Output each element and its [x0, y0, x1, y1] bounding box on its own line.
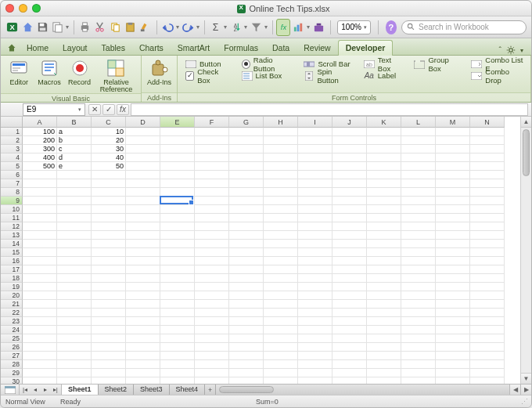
- cell[interactable]: [298, 309, 332, 317]
- cell[interactable]: [195, 265, 229, 274]
- gear-icon[interactable]: [506, 45, 516, 55]
- cell[interactable]: [126, 248, 160, 257]
- cell[interactable]: [195, 188, 229, 197]
- cell[interactable]: [126, 291, 160, 300]
- cell[interactable]: [195, 136, 229, 145]
- cell[interactable]: [332, 377, 367, 384]
- cell[interactable]: [229, 352, 264, 360]
- cell[interactable]: [195, 128, 229, 136]
- cell[interactable]: [195, 240, 229, 248]
- cell[interactable]: [332, 274, 367, 283]
- cell[interactable]: [470, 231, 505, 240]
- cell[interactable]: [470, 326, 505, 334]
- cell[interactable]: [401, 128, 436, 136]
- cell[interactable]: [332, 231, 367, 240]
- cell[interactable]: [126, 274, 160, 283]
- cell[interactable]: [470, 377, 505, 384]
- cell[interactable]: [92, 352, 126, 360]
- cell[interactable]: [57, 188, 92, 197]
- cell[interactable]: [57, 231, 92, 240]
- row-header[interactable]: 29: [1, 369, 23, 377]
- form-combo-drop[interactable]: Combo Drop: [471, 70, 526, 81]
- row-header[interactable]: 13: [1, 231, 23, 240]
- cell[interactable]: [298, 240, 332, 248]
- cell[interactable]: [57, 265, 92, 274]
- cell[interactable]: [160, 360, 195, 369]
- cell[interactable]: [401, 162, 436, 171]
- cell[interactable]: [470, 257, 505, 265]
- cell[interactable]: [57, 283, 92, 291]
- sheet-tab[interactable]: Sheet4: [170, 385, 206, 395]
- print-icon[interactable]: [78, 19, 92, 36]
- cell[interactable]: [436, 205, 470, 214]
- cell[interactable]: [160, 162, 195, 171]
- cell[interactable]: [92, 309, 126, 317]
- ribbon-tab-layout[interactable]: Layout: [56, 41, 95, 55]
- row-header[interactable]: 5: [1, 162, 23, 171]
- form-spinbutton[interactable]: Spin Button: [304, 70, 352, 81]
- cell[interactable]: [92, 214, 126, 222]
- cell[interactable]: [436, 153, 470, 162]
- cell[interactable]: [23, 352, 57, 360]
- cell[interactable]: [229, 214, 264, 222]
- cell[interactable]: [298, 300, 332, 309]
- cell[interactable]: [436, 369, 470, 377]
- column-header[interactable]: L: [401, 117, 436, 128]
- cell[interactable]: [92, 197, 126, 205]
- cell[interactable]: [92, 171, 126, 179]
- cell[interactable]: [126, 377, 160, 384]
- cell[interactable]: [229, 283, 264, 291]
- cell[interactable]: [332, 205, 367, 214]
- cell[interactable]: [436, 136, 470, 145]
- cell[interactable]: [332, 128, 367, 136]
- cell[interactable]: [298, 369, 332, 377]
- cell[interactable]: [367, 377, 401, 384]
- cell[interactable]: [160, 214, 195, 222]
- cell[interactable]: [332, 153, 367, 162]
- cell[interactable]: [264, 309, 298, 317]
- cell[interactable]: [298, 162, 332, 171]
- cell[interactable]: [298, 214, 332, 222]
- cell[interactable]: [23, 197, 57, 205]
- cell[interactable]: [298, 136, 332, 145]
- scroll-left-icon[interactable]: ◀: [509, 385, 520, 395]
- cell[interactable]: [23, 240, 57, 248]
- cell[interactable]: [126, 214, 160, 222]
- cell[interactable]: [92, 343, 126, 352]
- cell[interactable]: [229, 162, 264, 171]
- cell[interactable]: [264, 326, 298, 334]
- cell[interactable]: [436, 222, 470, 231]
- cell[interactable]: [229, 326, 264, 334]
- row-header[interactable]: 3: [1, 145, 23, 153]
- cell[interactable]: [126, 222, 160, 231]
- add-sheet-button[interactable]: +: [205, 385, 216, 395]
- cell[interactable]: [195, 153, 229, 162]
- cell[interactable]: [401, 179, 436, 188]
- cell[interactable]: [470, 136, 505, 145]
- column-header[interactable]: N: [470, 117, 505, 128]
- form-label[interactable]: AaLabel: [364, 70, 404, 81]
- cell[interactable]: [401, 205, 436, 214]
- cell[interactable]: [367, 248, 401, 257]
- cell[interactable]: [160, 257, 195, 265]
- sheet-nav[interactable]: |◂◂▸▸|: [20, 385, 62, 395]
- cell[interactable]: [401, 145, 436, 153]
- cell[interactable]: [92, 283, 126, 291]
- cell[interactable]: [23, 205, 57, 214]
- cell[interactable]: [470, 222, 505, 231]
- cell[interactable]: [160, 136, 195, 145]
- cell[interactable]: [401, 326, 436, 334]
- cell[interactable]: [229, 309, 264, 317]
- cell[interactable]: [436, 248, 470, 257]
- addins-button[interactable]: Add-Ins: [146, 58, 172, 86]
- ribbon-tab-formulas[interactable]: Formulas: [217, 41, 265, 55]
- cell[interactable]: d: [57, 153, 92, 162]
- row-header[interactable]: 20: [1, 291, 23, 300]
- cell[interactable]: [367, 326, 401, 334]
- form-listbox[interactable]: List Box: [242, 70, 293, 81]
- form-textbox[interactable]: abText Box: [364, 59, 404, 69]
- cell[interactable]: [264, 240, 298, 248]
- redo-icon[interactable]: [181, 19, 194, 36]
- cell[interactable]: [160, 326, 195, 334]
- cell[interactable]: [332, 171, 367, 179]
